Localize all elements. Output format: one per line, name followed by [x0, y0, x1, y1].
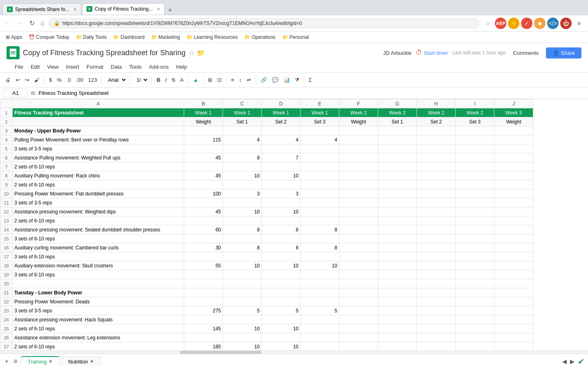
bookmark-star-icon[interactable]: ☆: [482, 18, 493, 29]
row-number-1[interactable]: 1: [0, 108, 13, 117]
cell-4-G[interactable]: [378, 135, 417, 144]
cell-15-G[interactable]: [378, 234, 417, 243]
col-header-c[interactable]: C: [223, 99, 262, 108]
cell-24-G[interactable]: [378, 315, 417, 324]
cell-16-J[interactable]: [494, 243, 533, 252]
cell-6-G[interactable]: [378, 153, 417, 162]
cell-17-C[interactable]: [223, 252, 262, 261]
cell-13-B[interactable]: [184, 216, 223, 225]
row-number-11[interactable]: 11: [0, 198, 13, 207]
row-number-25[interactable]: 25: [0, 324, 13, 333]
cell-10-C[interactable]: 3: [223, 189, 262, 198]
cell-14-J[interactable]: [494, 225, 533, 234]
cell-11-H[interactable]: [417, 198, 456, 207]
col-header-b[interactable]: B: [184, 99, 223, 108]
cell-7-E[interactable]: [301, 162, 339, 171]
row-number-7[interactable]: 7: [0, 162, 13, 171]
cell-21-D[interactable]: [262, 288, 301, 297]
cell-11-G[interactable]: [378, 198, 417, 207]
cell-27-C[interactable]: 10: [223, 342, 262, 351]
cell-20-H[interactable]: [417, 279, 456, 288]
cell-11-E[interactable]: [301, 198, 339, 207]
bold-button[interactable]: B: [154, 76, 162, 84]
cell-12-D[interactable]: 10: [262, 207, 301, 216]
cell-21-I[interactable]: [456, 288, 494, 297]
cell-26-I[interactable]: [456, 333, 494, 342]
cell-16-D[interactable]: 8: [262, 243, 301, 252]
row-number-15[interactable]: 15: [0, 234, 13, 243]
cell-15-F[interactable]: [339, 234, 378, 243]
cell-4-A[interactable]: Pulling Power Movement: Bent over or Pen…: [13, 135, 184, 144]
cell-2-J[interactable]: Weight: [494, 117, 533, 126]
cell-3-J[interactable]: [494, 126, 533, 135]
cell-8-E[interactable]: [301, 171, 339, 180]
tab-fitness-tracking[interactable]: S Copy of Fitness Tracking... ×: [82, 3, 165, 15]
bookmark-marketing[interactable]: 📁 Marketing: [149, 34, 183, 41]
cell-6-I[interactable]: [456, 153, 494, 162]
cell-13-F[interactable]: [339, 216, 378, 225]
nutrition-sheet-dropdown[interactable]: ▼: [89, 359, 94, 364]
cell-15-D[interactable]: [262, 234, 301, 243]
cell-10-E[interactable]: [301, 189, 339, 198]
cell-16-C[interactable]: 8: [223, 243, 262, 252]
cell-27-H[interactable]: [417, 342, 456, 351]
cell-25-B[interactable]: 145: [184, 324, 223, 333]
cell-24-J[interactable]: [494, 315, 533, 324]
cell-8-D[interactable]: 10: [262, 171, 301, 180]
cell-24-I[interactable]: [456, 315, 494, 324]
reload-button[interactable]: ↻: [28, 18, 36, 29]
filter-button[interactable]: ⧩: [293, 76, 301, 85]
cell-4-I[interactable]: [456, 135, 494, 144]
extension-5-icon[interactable]: ⏻: [560, 18, 572, 29]
bookmark-dashboard[interactable]: 📁 Dashboard: [111, 34, 147, 41]
cell-9-D[interactable]: [262, 180, 301, 189]
cell-20-B[interactable]: [184, 279, 223, 288]
cell-9-E[interactable]: [301, 180, 339, 189]
cell-12-C[interactable]: 10: [223, 207, 262, 216]
cell-19-F[interactable]: [339, 270, 378, 279]
cell-23-I[interactable]: [456, 306, 494, 315]
formula-input[interactable]: [38, 90, 585, 96]
cell-22-J[interactable]: [494, 297, 533, 306]
wrap-button[interactable]: ⇌: [245, 76, 253, 84]
bookmark-daily[interactable]: 📁 Daily Tools: [74, 34, 109, 41]
cell-20-I[interactable]: [456, 279, 494, 288]
col-header-d[interactable]: D: [262, 99, 301, 108]
cell-21-F[interactable]: [339, 288, 378, 297]
italic-button[interactable]: I: [163, 76, 169, 84]
cell-26-F[interactable]: [339, 333, 378, 342]
cell-22-I[interactable]: [456, 297, 494, 306]
cell-2-E[interactable]: Set 3: [301, 117, 339, 126]
cell-21-E[interactable]: [301, 288, 339, 297]
row-number-21[interactable]: 21: [0, 288, 13, 297]
cell-22-F[interactable]: [339, 297, 378, 306]
cell-21-A[interactable]: Tuesday - Lower Body Power: [13, 288, 184, 297]
cell-26-D[interactable]: [262, 333, 301, 342]
cell-25-J[interactable]: [494, 324, 533, 333]
cell-23-A[interactable]: 3 sets of 3-5 reps: [13, 306, 184, 315]
cell-27-I[interactable]: [456, 342, 494, 351]
menu-format[interactable]: Format: [83, 63, 107, 71]
cell-19-H[interactable]: [417, 270, 456, 279]
cell-9-I[interactable]: [456, 180, 494, 189]
cell-23-B[interactable]: 275: [184, 306, 223, 315]
cell-3-H[interactable]: [417, 126, 456, 135]
cell-12-B[interactable]: 45: [184, 207, 223, 216]
cell-9-B[interactable]: [184, 180, 223, 189]
cell-17-A[interactable]: 3 sets of 6-10 reps: [13, 252, 184, 261]
cell-12-J[interactable]: [494, 207, 533, 216]
cell-22-C[interactable]: [223, 297, 262, 306]
borders-button[interactable]: ⊞: [206, 76, 214, 84]
col-header-h[interactable]: H: [417, 99, 456, 108]
link-button[interactable]: 🔗: [258, 76, 269, 84]
cell-13-D[interactable]: [262, 216, 301, 225]
cell-1-A[interactable]: Fitness Tracking Spreadsheet: [13, 108, 184, 117]
cell-23-C[interactable]: 5: [223, 306, 262, 315]
cell-4-F[interactable]: [339, 135, 378, 144]
cell-13-C[interactable]: [223, 216, 262, 225]
cell-8-G[interactable]: [378, 171, 417, 180]
cell-5-C[interactable]: [223, 144, 262, 153]
cell-1-F[interactable]: Week 2: [339, 108, 378, 117]
col-header-i[interactable]: I: [456, 99, 494, 108]
cell-1-B[interactable]: Week 1: [184, 108, 223, 117]
